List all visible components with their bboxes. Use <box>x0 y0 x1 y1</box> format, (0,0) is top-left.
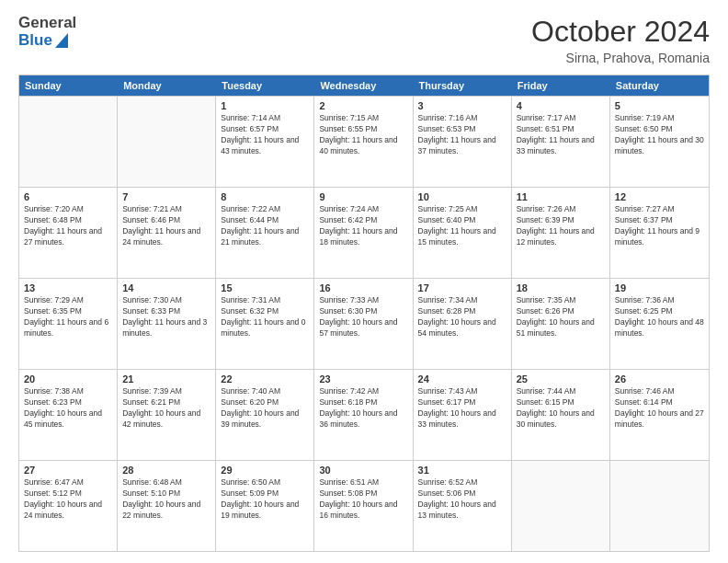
calendar-cell: 17Sunrise: 7:34 AM Sunset: 6:28 PM Dayli… <box>414 279 512 369</box>
cell-info: Sunrise: 7:34 AM Sunset: 6:28 PM Dayligh… <box>418 295 506 339</box>
cell-day-number: 19 <box>615 282 704 293</box>
calendar-cell: 10Sunrise: 7:25 AM Sunset: 6:40 PM Dayli… <box>414 188 512 278</box>
calendar-cell: 3Sunrise: 7:16 AM Sunset: 6:53 PM Daylig… <box>414 97 512 187</box>
calendar-row: 1Sunrise: 7:14 AM Sunset: 6:57 PM Daylig… <box>19 96 709 187</box>
cell-day-number: 28 <box>122 465 210 476</box>
calendar-row: 6Sunrise: 7:20 AM Sunset: 6:48 PM Daylig… <box>19 187 709 278</box>
cell-info: Sunrise: 7:16 AM Sunset: 6:53 PM Dayligh… <box>418 113 506 157</box>
calendar-cell: 7Sunrise: 7:21 AM Sunset: 6:46 PM Daylig… <box>118 188 216 278</box>
calendar-cell: 14Sunrise: 7:30 AM Sunset: 6:33 PM Dayli… <box>118 279 216 369</box>
cell-day-number: 20 <box>24 373 112 385</box>
cell-info: Sunrise: 6:51 AM Sunset: 5:08 PM Dayligh… <box>319 477 407 522</box>
cell-day-number: 31 <box>418 465 506 476</box>
calendar-cell: 21Sunrise: 7:39 AM Sunset: 6:21 PM Dayli… <box>118 370 216 460</box>
calendar-cell <box>118 97 216 187</box>
cell-info: Sunrise: 7:20 AM Sunset: 6:48 PM Dayligh… <box>24 204 112 248</box>
cell-day-number: 8 <box>221 191 309 202</box>
cell-day-number: 25 <box>517 373 605 385</box>
cell-day-number: 29 <box>221 465 309 476</box>
calendar-cell: 8Sunrise: 7:22 AM Sunset: 6:44 PM Daylig… <box>216 188 314 278</box>
logo-text: General Blue <box>18 15 76 49</box>
cell-info: Sunrise: 6:50 AM Sunset: 5:09 PM Dayligh… <box>221 477 309 522</box>
location: Sirna, Prahova, Romania <box>531 51 710 65</box>
cell-day-number: 15 <box>221 282 309 293</box>
calendar-cell: 6Sunrise: 7:20 AM Sunset: 6:48 PM Daylig… <box>19 188 118 278</box>
cell-info: Sunrise: 7:35 AM Sunset: 6:26 PM Dayligh… <box>517 295 605 339</box>
calendar-cell: 9Sunrise: 7:24 AM Sunset: 6:42 PM Daylig… <box>314 188 413 278</box>
month-title: October 2024 <box>531 15 710 49</box>
calendar-header-cell: Thursday <box>414 75 512 96</box>
cell-day-number: 4 <box>517 100 605 111</box>
cell-info: Sunrise: 6:48 AM Sunset: 5:10 PM Dayligh… <box>122 477 210 522</box>
calendar-row: 27Sunrise: 6:47 AM Sunset: 5:12 PM Dayli… <box>19 460 709 551</box>
calendar-cell: 20Sunrise: 7:38 AM Sunset: 6:23 PM Dayli… <box>19 370 118 460</box>
cell-info: Sunrise: 7:19 AM Sunset: 6:50 PM Dayligh… <box>615 113 704 157</box>
cell-day-number: 16 <box>319 282 407 293</box>
cell-day-number: 12 <box>615 191 704 202</box>
cell-day-number: 13 <box>24 282 112 293</box>
cell-day-number: 10 <box>418 191 506 202</box>
cell-info: Sunrise: 7:29 AM Sunset: 6:35 PM Dayligh… <box>24 295 112 339</box>
calendar-cell: 26Sunrise: 7:46 AM Sunset: 6:14 PM Dayli… <box>610 370 709 460</box>
calendar-cell <box>512 461 610 551</box>
calendar-cell: 15Sunrise: 7:31 AM Sunset: 6:32 PM Dayli… <box>216 279 314 369</box>
calendar-cell: 16Sunrise: 7:33 AM Sunset: 6:30 PM Dayli… <box>314 279 413 369</box>
calendar-row: 13Sunrise: 7:29 AM Sunset: 6:35 PM Dayli… <box>19 278 709 369</box>
title-section: October 2024 Sirna, Prahova, Romania <box>531 15 710 65</box>
cell-day-number: 27 <box>24 465 112 476</box>
calendar-header-cell: Wednesday <box>314 75 413 96</box>
calendar-cell: 1Sunrise: 7:14 AM Sunset: 6:57 PM Daylig… <box>216 97 314 187</box>
calendar-header-cell: Tuesday <box>216 75 314 96</box>
cell-info: Sunrise: 7:27 AM Sunset: 6:37 PM Dayligh… <box>615 204 704 248</box>
cell-info: Sunrise: 7:42 AM Sunset: 6:18 PM Dayligh… <box>319 386 407 431</box>
cell-info: Sunrise: 6:47 AM Sunset: 5:12 PM Dayligh… <box>24 477 112 522</box>
calendar-cell: 5Sunrise: 7:19 AM Sunset: 6:50 PM Daylig… <box>610 97 709 187</box>
cell-day-number: 6 <box>24 191 112 202</box>
calendar-cell: 2Sunrise: 7:15 AM Sunset: 6:55 PM Daylig… <box>314 97 413 187</box>
cell-info: Sunrise: 7:33 AM Sunset: 6:30 PM Dayligh… <box>319 295 407 339</box>
calendar-cell: 24Sunrise: 7:43 AM Sunset: 6:17 PM Dayli… <box>414 370 512 460</box>
calendar-header: SundayMondayTuesdayWednesdayThursdayFrid… <box>19 75 709 96</box>
calendar-cell: 30Sunrise: 6:51 AM Sunset: 5:08 PM Dayli… <box>314 461 413 551</box>
cell-info: Sunrise: 7:17 AM Sunset: 6:51 PM Dayligh… <box>517 113 605 157</box>
calendar-cell: 11Sunrise: 7:26 AM Sunset: 6:39 PM Dayli… <box>512 188 610 278</box>
calendar-cell: 25Sunrise: 7:44 AM Sunset: 6:15 PM Dayli… <box>512 370 610 460</box>
cell-day-number: 3 <box>418 100 506 111</box>
logo-general: General <box>18 15 76 32</box>
calendar-cell: 28Sunrise: 6:48 AM Sunset: 5:10 PM Dayli… <box>118 461 216 551</box>
cell-info: Sunrise: 6:52 AM Sunset: 5:06 PM Dayligh… <box>418 477 506 522</box>
calendar-cell <box>19 97 118 187</box>
calendar-row: 20Sunrise: 7:38 AM Sunset: 6:23 PM Dayli… <box>19 369 709 460</box>
logo-arrow-icon <box>55 33 68 48</box>
calendar-cell: 18Sunrise: 7:35 AM Sunset: 6:26 PM Dayli… <box>512 279 610 369</box>
calendar-header-cell: Saturday <box>610 75 709 96</box>
cell-info: Sunrise: 7:36 AM Sunset: 6:25 PM Dayligh… <box>615 295 704 339</box>
cell-info: Sunrise: 7:46 AM Sunset: 6:14 PM Dayligh… <box>615 386 704 431</box>
calendar-cell: 27Sunrise: 6:47 AM Sunset: 5:12 PM Dayli… <box>19 461 118 551</box>
cell-info: Sunrise: 7:44 AM Sunset: 6:15 PM Dayligh… <box>517 386 605 431</box>
svg-marker-0 <box>55 33 68 48</box>
header: General Blue October 2024 Sirna, Prahova… <box>18 15 710 65</box>
calendar-cell: 12Sunrise: 7:27 AM Sunset: 6:37 PM Dayli… <box>610 188 709 278</box>
calendar-cell: 19Sunrise: 7:36 AM Sunset: 6:25 PM Dayli… <box>610 279 709 369</box>
cell-day-number: 23 <box>319 373 407 385</box>
calendar: SundayMondayTuesdayWednesdayThursdayFrid… <box>18 75 710 552</box>
cell-day-number: 22 <box>221 373 309 385</box>
cell-day-number: 24 <box>418 373 506 385</box>
cell-day-number: 5 <box>615 100 704 111</box>
calendar-cell: 13Sunrise: 7:29 AM Sunset: 6:35 PM Dayli… <box>19 279 118 369</box>
calendar-header-cell: Monday <box>118 75 216 96</box>
calendar-cell: 23Sunrise: 7:42 AM Sunset: 6:18 PM Dayli… <box>314 370 413 460</box>
cell-info: Sunrise: 7:15 AM Sunset: 6:55 PM Dayligh… <box>319 113 407 157</box>
calendar-cell <box>610 461 709 551</box>
cell-info: Sunrise: 7:31 AM Sunset: 6:32 PM Dayligh… <box>221 295 309 339</box>
cell-info: Sunrise: 7:22 AM Sunset: 6:44 PM Dayligh… <box>221 204 309 248</box>
cell-day-number: 11 <box>517 191 605 202</box>
cell-day-number: 18 <box>517 282 605 293</box>
cell-day-number: 30 <box>319 465 407 476</box>
calendar-cell: 4Sunrise: 7:17 AM Sunset: 6:51 PM Daylig… <box>512 97 610 187</box>
cell-info: Sunrise: 7:39 AM Sunset: 6:21 PM Dayligh… <box>122 386 210 431</box>
cell-info: Sunrise: 7:26 AM Sunset: 6:39 PM Dayligh… <box>517 204 605 248</box>
cell-day-number: 14 <box>122 282 210 293</box>
cell-info: Sunrise: 7:38 AM Sunset: 6:23 PM Dayligh… <box>24 386 112 431</box>
